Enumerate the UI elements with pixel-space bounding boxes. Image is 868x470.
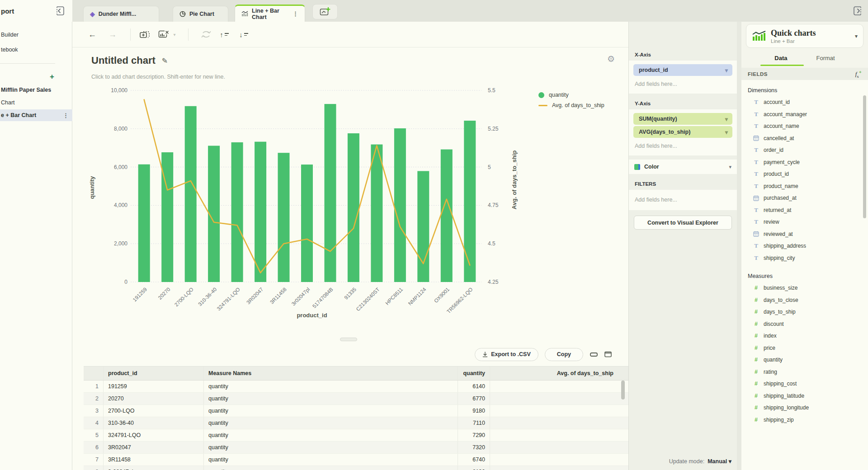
- field-purchased_at[interactable]: purchased_at: [741, 192, 868, 204]
- bar-NMP1124[interactable]: [417, 171, 429, 282]
- field-cancelled_at[interactable]: cancelled_at: [741, 132, 868, 145]
- field-shipping_zip[interactable]: #shipping_zip: [741, 414, 868, 426]
- tab-dunder-mifflin[interactable]: ◈ Dunder Miffl...: [83, 6, 159, 22]
- field-shipping_cost[interactable]: #shipping_cost: [741, 378, 868, 390]
- field-discount[interactable]: #discount: [741, 318, 868, 330]
- tab-pie-chart[interactable]: Pie Chart: [173, 6, 228, 22]
- undo-button[interactable]: ←: [86, 28, 99, 41]
- add-formula-icon[interactable]: fx+: [855, 69, 862, 79]
- table-row[interactable]: 5324791-LQOquantity7290: [84, 429, 628, 442]
- legend-item-quantity[interactable]: quantity: [538, 92, 604, 98]
- field-reviewed_at[interactable]: reviewed_at: [741, 228, 868, 240]
- sidebar-item-chart[interactable]: Chart: [1, 99, 15, 106]
- bar-3R02047[interactable]: [255, 142, 266, 282]
- table-row[interactable]: 1191259quantity6140: [84, 381, 628, 393]
- field-rating[interactable]: #rating: [741, 366, 868, 378]
- bar-TR56962-LQO[interactable]: [464, 121, 476, 282]
- y-axis-field-sum-quantity[interactable]: SUM(quantity) ▾: [633, 113, 732, 125]
- tab-format[interactable]: Format: [816, 55, 835, 61]
- sidebar-item-builder[interactable]: Builder: [1, 32, 19, 38]
- field-shipping_address[interactable]: Tshipping_address: [741, 240, 868, 252]
- column-header-quantity[interactable]: quantity: [458, 367, 490, 380]
- filters-add-fields[interactable]: Add fields here...: [629, 192, 737, 207]
- swap-axes-icon[interactable]: [200, 28, 212, 41]
- field-account_id[interactable]: Taccount_id: [741, 96, 868, 108]
- field-shipping_longitude[interactable]: #shipping_longitude: [741, 402, 868, 414]
- field-business_size[interactable]: #business_size: [741, 282, 868, 294]
- bar-324791-LQO[interactable]: [231, 142, 243, 282]
- field-product_name[interactable]: Tproduct_name: [741, 180, 868, 193]
- field-review[interactable]: Treview: [741, 216, 868, 228]
- bar-3R11458[interactable]: [278, 153, 290, 282]
- convert-to-visual-explorer-button[interactable]: Convert to Visual Explorer: [634, 216, 732, 230]
- x-axis-add-fields[interactable]: Add fields here...: [629, 77, 737, 91]
- bar-191259[interactable]: [138, 164, 150, 282]
- table-row[interactable]: 220270quantity6770: [84, 393, 628, 405]
- field-product_id[interactable]: Tproduct_id: [741, 168, 868, 180]
- column-header-product_id[interactable]: product_id: [103, 367, 203, 380]
- edit-title-icon[interactable]: ✎: [162, 56, 168, 65]
- maximize-table-icon[interactable]: [604, 350, 612, 358]
- bar-3r02047pl[interactable]: [301, 164, 313, 282]
- column-header-row-number[interactable]: [84, 367, 103, 380]
- chart-title[interactable]: Untitled chart: [91, 55, 156, 66]
- chart-description-placeholder[interactable]: Click to add chart description. Shift-en…: [91, 74, 225, 80]
- bar-51747084B[interactable]: [325, 104, 336, 282]
- field-payment_cycle[interactable]: Tpayment_cycle: [741, 156, 868, 169]
- table-row[interactable]: 83r02047plquantity6130: [84, 466, 628, 470]
- bar-91335[interactable]: [348, 133, 359, 282]
- collapse-right-panel-icon[interactable]: [853, 5, 864, 17]
- minimize-table-icon[interactable]: [590, 350, 598, 358]
- bar-C2130240ST[interactable]: [371, 145, 382, 282]
- new-chart-button[interactable]: [312, 4, 338, 19]
- field-index[interactable]: #index: [741, 330, 868, 342]
- table-row[interactable]: 32700-LQOquantity9180: [84, 405, 628, 417]
- x-axis-field-product-id[interactable]: product_id ▾: [633, 64, 732, 76]
- chart-type-dropdown-icon[interactable]: ▾: [171, 28, 178, 41]
- sidebar-item-notebook[interactable]: tebook: [1, 47, 18, 53]
- field-quantity[interactable]: #quantity: [741, 354, 868, 366]
- chart-settings-gear-icon[interactable]: ⚙: [607, 54, 615, 64]
- field-returned_at[interactable]: Treturned_at: [741, 204, 868, 216]
- sort-descending-button[interactable]: ↓: [237, 28, 250, 41]
- table-scrollbar[interactable]: [621, 381, 625, 400]
- duplicate-chart-icon[interactable]: [138, 28, 151, 41]
- sort-ascending-button[interactable]: ↑: [218, 28, 231, 41]
- tab-menu-icon[interactable]: ⋮: [292, 10, 298, 17]
- add-report-button[interactable]: +: [50, 72, 54, 81]
- tab-line-bar-chart[interactable]: Line + Bar Chart ⋮: [235, 5, 305, 22]
- bar-2700-LQO[interactable]: [185, 106, 197, 282]
- field-order_id[interactable]: Torder_id: [741, 144, 868, 156]
- field-shipping_city[interactable]: Tshipping_city: [741, 252, 868, 264]
- bar-OX9001[interactable]: [441, 150, 453, 282]
- sidebar-item-report-name[interactable]: Mifflin Paper Sales: [1, 87, 51, 93]
- field-account_manager[interactable]: Taccount_manager: [741, 108, 868, 121]
- fields-scrollbar[interactable]: [863, 95, 866, 218]
- sidebar-item-line-bar-chart[interactable]: e + Bar Chart ⋮: [0, 109, 72, 121]
- collapse-left-panel-icon[interactable]: [53, 5, 65, 17]
- table-row[interactable]: 73R11458quantity6740: [84, 454, 628, 466]
- table-row[interactable]: 4310-36-40quantity7110: [84, 417, 628, 429]
- field-shipping_latitude[interactable]: #shipping_latitude: [741, 390, 868, 402]
- y-axis-add-fields[interactable]: Add fields here...: [629, 139, 737, 153]
- column-header-Measure Names[interactable]: Measure Names: [203, 367, 458, 380]
- legend-item-avg-of-days-to-ship[interactable]: Avg. of days_to_ship: [538, 102, 604, 108]
- tab-data[interactable]: Data: [774, 55, 787, 61]
- copy-button[interactable]: Copy: [545, 348, 583, 361]
- update-mode-select[interactable]: Manual ▾: [708, 458, 731, 465]
- chart-type-selector[interactable]: Quick charts Line + Bar ▾: [746, 24, 863, 48]
- field-days_to_close[interactable]: #days_to_close: [741, 294, 868, 306]
- field-price[interactable]: #price: [741, 342, 868, 354]
- export-csv-button[interactable]: Export to .CSV: [475, 348, 538, 361]
- bar-HPC8511[interactable]: [394, 128, 406, 282]
- color-config-row[interactable]: Color ▾: [629, 160, 737, 174]
- sidebar-item-menu-icon[interactable]: ⋮: [63, 112, 69, 119]
- redo-button[interactable]: →: [106, 28, 119, 41]
- y-axis-field-avg-days-to-ship[interactable]: AVG(days_to_ship) ▾: [633, 126, 732, 138]
- column-header-Avg. of days_to_ship[interactable]: Avg. of days_to_ship: [490, 367, 618, 380]
- chart-resize-handle[interactable]: [340, 338, 357, 341]
- field-days_to_ship[interactable]: #days_to_ship: [741, 306, 868, 318]
- table-row[interactable]: 63R02047quantity7320: [84, 442, 628, 454]
- remove-chart-icon[interactable]: [157, 28, 170, 41]
- field-account_name[interactable]: Taccount_name: [741, 120, 868, 132]
